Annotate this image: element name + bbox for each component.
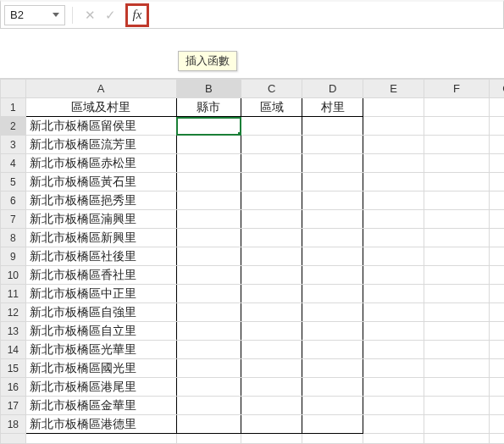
cell[interactable] xyxy=(363,397,424,415)
cell[interactable] xyxy=(241,322,302,341)
cell[interactable] xyxy=(489,322,504,341)
spreadsheet-grid[interactable]: A B C D E F G 1區域及村里縣市區域村里2新北市板橋區留侯里3新北市… xyxy=(0,78,504,444)
cell[interactable] xyxy=(424,434,489,444)
select-all-corner[interactable] xyxy=(1,80,26,98)
row-header[interactable]: 17 xyxy=(1,397,26,415)
cell[interactable]: 區域及村里 xyxy=(25,98,176,117)
cell[interactable]: 新北市板橋區流芳里 xyxy=(25,136,176,154)
cell[interactable] xyxy=(176,154,241,173)
cell[interactable] xyxy=(241,359,302,378)
cell[interactable]: 新北市板橋區光華里 xyxy=(25,341,176,359)
formula-input[interactable] xyxy=(158,5,500,25)
cell[interactable] xyxy=(302,173,363,191)
cell[interactable]: 新北市板橋區港德里 xyxy=(25,415,176,434)
cell[interactable] xyxy=(363,378,424,397)
cell[interactable] xyxy=(363,247,424,266)
cell[interactable] xyxy=(241,117,302,136)
cell[interactable] xyxy=(424,191,489,210)
cancel-button[interactable]: ✕ xyxy=(80,5,100,25)
cell[interactable] xyxy=(241,247,302,266)
cell[interactable] xyxy=(176,136,241,154)
cell[interactable] xyxy=(489,191,504,210)
cell[interactable] xyxy=(302,434,363,444)
cell[interactable] xyxy=(241,136,302,154)
row-header[interactable]: 1 xyxy=(1,98,26,117)
cell[interactable] xyxy=(489,210,504,229)
col-header-A[interactable]: A xyxy=(25,80,176,98)
cell[interactable] xyxy=(176,191,241,210)
cell[interactable] xyxy=(241,415,302,434)
row-header[interactable]: 8 xyxy=(1,229,26,247)
name-box[interactable]: B2 xyxy=(4,5,65,25)
cell[interactable] xyxy=(176,285,241,303)
cell[interactable] xyxy=(241,303,302,322)
cell[interactable] xyxy=(302,136,363,154)
row-header[interactable]: 9 xyxy=(1,247,26,266)
cell[interactable]: 新北市板橋區社後里 xyxy=(25,247,176,266)
cell[interactable] xyxy=(489,397,504,415)
row-header[interactable]: 11 xyxy=(1,285,26,303)
cell[interactable] xyxy=(424,173,489,191)
cell[interactable] xyxy=(363,117,424,136)
cell[interactable] xyxy=(424,117,489,136)
cell[interactable] xyxy=(489,266,504,285)
cell[interactable] xyxy=(489,173,504,191)
cell[interactable]: 新北市板橋區港尾里 xyxy=(25,378,176,397)
cell[interactable] xyxy=(424,359,489,378)
cell[interactable] xyxy=(176,117,241,136)
cell[interactable] xyxy=(302,397,363,415)
cell[interactable] xyxy=(241,285,302,303)
cell[interactable] xyxy=(241,266,302,285)
cell[interactable] xyxy=(302,154,363,173)
cell[interactable] xyxy=(176,173,241,191)
cell[interactable] xyxy=(302,378,363,397)
cell[interactable] xyxy=(241,434,302,444)
cell[interactable] xyxy=(489,247,504,266)
cell[interactable] xyxy=(176,322,241,341)
col-header-C[interactable]: C xyxy=(241,80,302,98)
cell[interactable]: 村里 xyxy=(302,98,363,117)
cell[interactable] xyxy=(241,341,302,359)
cell[interactable] xyxy=(363,210,424,229)
cell[interactable]: 新北市板橋區香社里 xyxy=(25,266,176,285)
row-header[interactable]: 2 xyxy=(1,117,26,136)
cell[interactable] xyxy=(241,397,302,415)
cell[interactable] xyxy=(489,98,504,117)
cell[interactable]: 區域 xyxy=(241,98,302,117)
cell[interactable] xyxy=(489,434,504,444)
row-header[interactable]: 12 xyxy=(1,303,26,322)
cell[interactable] xyxy=(176,341,241,359)
cell[interactable] xyxy=(363,173,424,191)
cell[interactable] xyxy=(489,359,504,378)
cell[interactable] xyxy=(241,173,302,191)
row-header[interactable]: 14 xyxy=(1,341,26,359)
cell[interactable]: 新北市板橋區國光里 xyxy=(25,359,176,378)
cell[interactable] xyxy=(424,154,489,173)
cell[interactable] xyxy=(302,303,363,322)
cell[interactable] xyxy=(424,397,489,415)
cell[interactable] xyxy=(302,117,363,136)
cell[interactable] xyxy=(424,378,489,397)
row-header[interactable]: 13 xyxy=(1,322,26,341)
insert-function-button[interactable]: fx xyxy=(125,3,149,27)
cell[interactable]: 新北市板橋區自強里 xyxy=(25,303,176,322)
cell[interactable] xyxy=(241,229,302,247)
cell[interactable] xyxy=(424,98,489,117)
cell[interactable] xyxy=(489,303,504,322)
cell[interactable] xyxy=(176,229,241,247)
cell[interactable] xyxy=(363,341,424,359)
row-header[interactable]: 4 xyxy=(1,154,26,173)
col-header-E[interactable]: E xyxy=(363,80,424,98)
cell[interactable] xyxy=(424,266,489,285)
row-header[interactable]: 16 xyxy=(1,378,26,397)
cell[interactable] xyxy=(363,136,424,154)
col-header-D[interactable]: D xyxy=(302,80,363,98)
cell[interactable]: 新北市板橋區湳興里 xyxy=(25,210,176,229)
cell[interactable] xyxy=(176,266,241,285)
cell[interactable]: 新北市板橋區赤松里 xyxy=(25,154,176,173)
cell[interactable]: 新北市板橋區自立里 xyxy=(25,322,176,341)
cell[interactable] xyxy=(363,415,424,434)
cell[interactable] xyxy=(302,229,363,247)
row-header[interactable]: 7 xyxy=(1,210,26,229)
cell[interactable] xyxy=(424,341,489,359)
